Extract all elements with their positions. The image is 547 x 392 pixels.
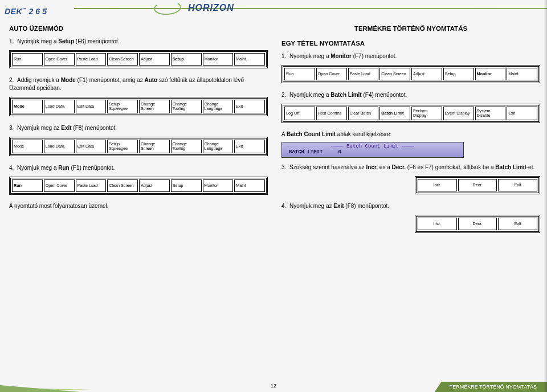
menu-cell[interactable]: Exit: [234, 140, 265, 153]
step-bold: Run: [58, 165, 69, 171]
model-number: 265: [29, 7, 49, 16]
menu-strip-left-3: ModeLoad DataEdit DataSetup SqueegeeChan…: [9, 137, 268, 156]
batch-limit-value: 0: [338, 149, 341, 155]
step-bold: Batch Limit: [495, 164, 526, 170]
right-step-3: 3.Szükség szerint használva az Incr. és …: [281, 164, 540, 172]
menu-cell[interactable]: Paste Load: [348, 68, 379, 80]
menu-cell[interactable]: Maint.: [234, 53, 265, 66]
step-text: (F8) menüpontot.: [344, 203, 389, 209]
menu-cell[interactable]: Change Tooling: [171, 100, 202, 113]
menu-cell[interactable]: Setup: [171, 53, 202, 66]
menu-cell[interactable]: Clean Screen: [379, 68, 410, 80]
menu-cell[interactable]: Paste Load: [76, 53, 107, 66]
menu-cell[interactable]: Exit: [507, 107, 537, 120]
note-text: A: [281, 131, 287, 137]
menu-cell[interactable]: Load Data: [44, 100, 75, 113]
step-bold: Incr.: [366, 164, 378, 170]
step-number: 2.: [9, 76, 17, 84]
menu-cell[interactable]: Clear Batch: [348, 107, 379, 120]
right-step-1: 1.Nyomjuk meg a Monitor (F7) menüpontot.: [281, 52, 540, 60]
menu-cell[interactable]: Open Cover: [316, 68, 347, 80]
menu-cell[interactable]: Change Language: [203, 140, 234, 153]
menu-cell[interactable]: Monitor: [203, 53, 234, 66]
step-number: 1.: [9, 38, 17, 46]
menu-cell[interactable]: Run: [12, 53, 43, 66]
menu-cell[interactable]: Log Off: [284, 107, 315, 120]
menu-cell[interactable]: Event Display: [443, 107, 474, 120]
menu-cell[interactable]: Maint: [234, 179, 265, 192]
page-edge-shadow: [544, 0, 547, 392]
page-number: 12: [271, 383, 276, 389]
menu-cell[interactable]: Perform Display: [411, 107, 442, 120]
menu-cell[interactable]: Edit Data: [76, 140, 107, 153]
menu-strip-left-4: RunOpen CoverPaste LoadClean ScreenAdjus…: [9, 177, 268, 195]
menu-cell[interactable]: Adjust: [411, 68, 442, 80]
menu-cell[interactable]: Incr.: [418, 179, 457, 191]
menu-cell[interactable]: Incr.: [418, 218, 457, 230]
menu-cell[interactable]: Run: [12, 179, 43, 192]
note-text: ablak kerül kijelzésre:: [336, 131, 391, 137]
menu-cell[interactable]: Decr.: [458, 218, 497, 230]
decorative-line: [74, 8, 547, 9]
step-text: Szükség szerint használva az: [289, 164, 366, 170]
right-step-4: 4.Nyomjuk meg az Exit (F8) menüpontot.: [281, 202, 540, 210]
menu-cell[interactable]: Decr.: [458, 179, 497, 191]
left-step-3: 3.Nyomjuk meg az Exit (F8) menüpontot.: [9, 124, 268, 132]
menu-cell[interactable]: Edit Data: [76, 100, 107, 113]
left-note: A nyomtató most folyamatosan üzemel.: [9, 203, 268, 209]
menu-cell[interactable]: Load Data: [44, 140, 75, 153]
menu-cell[interactable]: Clean Screen: [107, 53, 138, 66]
menu-cell[interactable]: Change Language: [203, 100, 234, 113]
menu-cell[interactable]: Change Screen: [139, 140, 170, 153]
menu-cell[interactable]: Change Screen: [139, 100, 170, 113]
menu-cell[interactable]: Paste Load: [76, 179, 107, 192]
menu-cell[interactable]: Maint: [507, 68, 537, 80]
menu-cell[interactable]: Adjust: [139, 179, 170, 192]
menu-cell[interactable]: Exit: [498, 218, 537, 230]
page-title: TERMÉKRE TÖRTÉNŐ NYOMTATÁS: [281, 25, 540, 32]
decorative-swoosh: [153, 0, 182, 15]
menu-cell[interactable]: Run: [284, 68, 315, 80]
menu-cell[interactable]: Host Comms: [316, 107, 347, 120]
menu-cell[interactable]: Setup: [171, 179, 202, 192]
right-section-title: EGY TÉTEL NYOMTATÁSA: [281, 40, 540, 47]
step-bold: Exit: [333, 203, 344, 209]
step-text: Nyomjuk meg az: [17, 125, 61, 131]
step-text: Nyomjuk meg a: [289, 92, 330, 98]
menu-strip-right-3: Incr.Decr.Exit: [415, 176, 540, 194]
step-bold: Mode: [61, 77, 76, 83]
menu-cell[interactable]: Setup: [443, 68, 474, 80]
step-text: (F8) menüpontot.: [72, 125, 117, 131]
menu-cell[interactable]: Batch Limit: [379, 107, 410, 120]
menu-cell[interactable]: Adjust: [139, 53, 170, 66]
menu-cell[interactable]: System Disable: [475, 107, 506, 120]
menu-cell[interactable]: Exit: [234, 100, 265, 113]
menu-strip-right-4: Incr.Decr.Exit: [415, 215, 540, 233]
step-bold: Decr.: [392, 164, 406, 170]
menu-cell[interactable]: Setup Squeegee: [107, 100, 138, 113]
step-text: (F1) menüpontot, amíg az: [76, 77, 145, 83]
menu-cell[interactable]: Monitor: [203, 179, 234, 192]
menu-cell[interactable]: Setup Squeegee: [107, 140, 138, 153]
menu-cell[interactable]: Mode: [12, 100, 43, 113]
batch-display-value-row: BATCH LIMIT 0: [284, 149, 461, 155]
step-bold: Setup: [58, 38, 74, 44]
step-text: (F6) menüpontot.: [74, 38, 119, 44]
menu-cell[interactable]: Open Cover: [44, 53, 75, 66]
step-bold: Batch Limit: [330, 92, 361, 98]
right-step-2: 2.Nyomjuk meg a Batch Limit (F4) menüpon…: [281, 91, 540, 99]
left-step-2: 2.Addig nyomjuk a Mode (F1) menüpontot, …: [9, 76, 268, 92]
menu-cell[interactable]: Exit: [498, 179, 537, 191]
step-text: Nyomjuk meg az: [289, 203, 333, 209]
menu-cell[interactable]: Mode: [12, 140, 43, 153]
step-text: -et.: [526, 164, 534, 170]
step-text: (F6 és F7) gombokat, állítsuk be a: [406, 164, 495, 170]
menu-cell[interactable]: Open Cover: [44, 179, 75, 192]
brand-text: DEK: [5, 7, 22, 16]
menu-cell[interactable]: Monitor: [475, 68, 506, 80]
logo-block: DEK™265: [5, 7, 49, 15]
step-text: Nyomjuk meg a: [17, 165, 58, 171]
footer: 12 TERMÉKRE TÖRTÉNŐ NYOMTATÁS: [0, 378, 547, 392]
menu-cell[interactable]: Change Tooling: [171, 140, 202, 153]
menu-cell[interactable]: Clean Screen: [107, 179, 138, 192]
